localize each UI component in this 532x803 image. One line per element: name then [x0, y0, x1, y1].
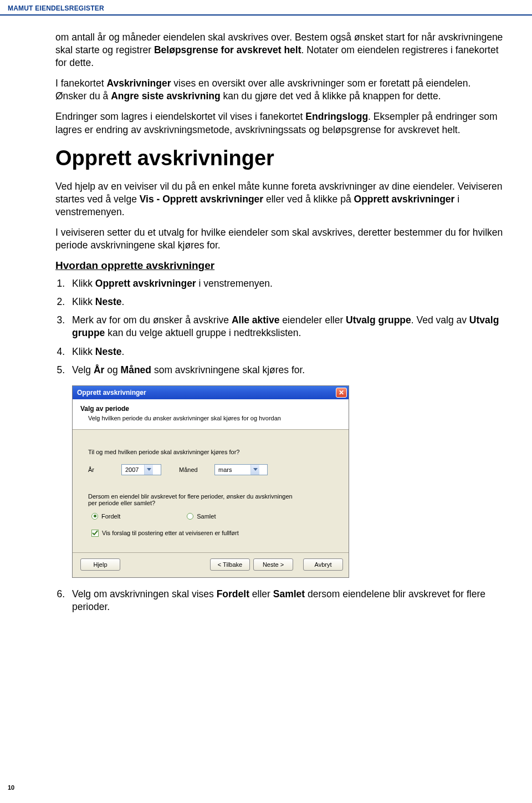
month-value: mars: [215, 466, 250, 473]
help-button[interactable]: Hjelp: [80, 558, 120, 571]
titlebar: Opprett avskrivninger ✕: [73, 386, 349, 399]
doc-header: MAMUT EIENDELSREGISTER: [0, 0, 532, 16]
close-button[interactable]: ✕: [336, 388, 347, 398]
bold-text: Avskrivninger: [106, 78, 171, 89]
bold-text: Endringslogg: [305, 111, 368, 122]
svg-marker-0: [147, 468, 151, 471]
bold-text: År: [94, 364, 104, 375]
text: og: [104, 364, 120, 375]
list-item: Klikk Neste.: [68, 296, 504, 308]
paragraph-3: Endringer som lagres i eiendelskortet vi…: [55, 110, 504, 136]
year-select[interactable]: 2007: [121, 464, 161, 475]
text: som avskrivningene skal kjøres for.: [151, 364, 305, 375]
list-item: Klikk Neste.: [68, 345, 504, 358]
text: Klikk: [72, 346, 95, 357]
cancel-button[interactable]: Avbryt: [303, 558, 343, 571]
back-button[interactable]: < Tilbake: [210, 558, 250, 571]
close-icon: ✕: [339, 389, 344, 396]
next-button[interactable]: Neste >: [253, 558, 293, 571]
text: kan du velge aktuell gruppe i nedtrekksl…: [105, 327, 301, 338]
text: kan du gjøre det ved å klikke på knappen…: [221, 90, 441, 101]
text: Velg: [72, 364, 94, 375]
wizard-header-subtitle: Velg hvilken periode du ønsker avskrivni…: [80, 415, 341, 421]
bold-text: Opprett avskrivninger: [95, 278, 196, 289]
text: eller: [249, 588, 273, 599]
radio-label: Samlet: [197, 513, 216, 520]
chevron-down-icon: [250, 465, 259, 475]
paragraph-4: Ved hjelp av en veiviser vil du på en en…: [55, 180, 504, 218]
heading-opprett-avskrivninger: Opprett avskrivninger: [55, 146, 504, 170]
svg-marker-1: [253, 468, 258, 471]
list-item: Merk av for om du ønsker å avskrive Alle…: [68, 314, 504, 339]
bold-text: Beløpsgrense for avskrevet helt: [154, 44, 301, 55]
bold-text: Opprett avskrivninger: [354, 194, 455, 205]
month-label: Måned: [179, 466, 209, 473]
text: .: [121, 346, 124, 357]
radio-icon: [91, 513, 98, 520]
bold-text: Neste: [95, 346, 122, 357]
radio-samlet[interactable]: Samlet: [187, 513, 216, 520]
paragraph-1: om antall år og måneder eiendelen skal a…: [55, 31, 504, 69]
checkbox-vis-forslag[interactable]: Vis forslag til postering etter at veivi…: [88, 530, 333, 537]
text: per periode eller samlet?: [88, 500, 333, 506]
wizard-body: Til og med hvilken periode skal avskrivn…: [73, 430, 349, 552]
bold-text: Måned: [121, 364, 151, 375]
text: eiendeler eller: [279, 314, 346, 326]
dialog-opprett-avskrivninger: Opprett avskrivninger ✕ Valg av periode …: [72, 385, 349, 578]
text: Klikk: [72, 296, 95, 307]
text: .: [121, 296, 124, 307]
bold-text: Fordelt: [217, 588, 249, 599]
bold-text: Vis - Opprett avskrivninger: [140, 194, 263, 205]
button-row: Hjelp < Tilbake Neste > Avbryt: [73, 552, 349, 577]
text: Endringer som lagres i eiendelskortet vi…: [55, 111, 305, 122]
paragraph-2: I fanekortet Avskrivninger vises en over…: [55, 77, 504, 103]
checkbox-label: Vis forslag til postering etter at veivi…: [102, 530, 239, 536]
bold-text: Samlet: [273, 588, 305, 599]
year-label: År: [88, 466, 116, 473]
text: Dersom en eiendel blir avskrevet for fle…: [88, 493, 333, 500]
bold-text: Neste: [95, 296, 122, 307]
dialog-title: Opprett avskrivninger: [77, 389, 146, 397]
list-item: Klikk Opprett avskrivninger i venstremen…: [68, 277, 504, 290]
text: i venstremenyen.: [196, 278, 273, 289]
text: Merk av for om du ønsker å avskrive: [72, 314, 232, 326]
year-value: 2007: [122, 466, 144, 473]
bold-text: Angre siste avskrivning: [111, 90, 220, 101]
list-item: Velg om avskrivningen skal vises Fordelt…: [68, 588, 504, 613]
question-period: Til og med hvilken periode skal avskrivn…: [88, 449, 333, 455]
radio-fordelt[interactable]: Fordelt: [91, 513, 120, 520]
text: Velg om avskrivningen skal vises: [72, 588, 217, 599]
month-select[interactable]: mars: [214, 464, 268, 475]
wizard-header-title: Valg av periode: [80, 405, 341, 413]
question-samlet: Dersom en eiendel blir avskrevet for fle…: [88, 493, 333, 506]
text: . Ved valg av: [411, 314, 469, 326]
bold-text: Utvalg gruppe: [346, 314, 411, 326]
paragraph-5: I veiviseren setter du et utvalg for hvi…: [55, 226, 504, 252]
subheading-hvordan: Hvordan opprette avskrivninger: [55, 260, 504, 272]
checkbox-icon: [91, 530, 99, 537]
radio-label: Fordelt: [101, 513, 120, 520]
wizard-header: Valg av periode Velg hvilken periode du …: [73, 399, 349, 430]
text: eller ved å klikke på: [263, 194, 354, 205]
list-item: Velg År og Måned som avskrivningene skal…: [68, 364, 504, 377]
page-number: 10: [8, 784, 14, 791]
radio-icon: [187, 513, 193, 520]
chevron-down-icon: [144, 465, 153, 475]
bold-text: Alle aktive: [232, 314, 280, 326]
text: I fanekortet: [55, 78, 106, 89]
text: Klikk: [72, 278, 95, 289]
